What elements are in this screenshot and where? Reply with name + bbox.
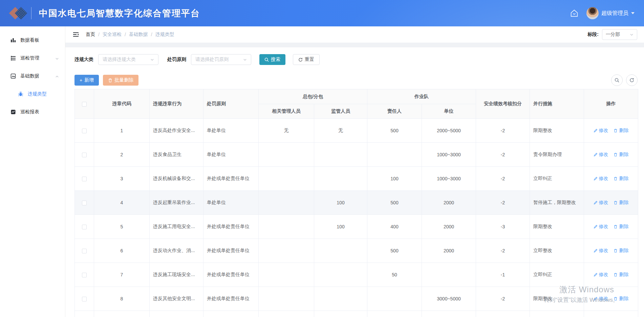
screen: 中国水电七局智慧数字化综合管理平台 超级管理员 数据看板 [0, 0, 644, 317]
batch-delete-button[interactable]: 批量删除 [103, 75, 138, 86]
cell-unit: 1000~3000 [422, 167, 476, 191]
edit-link[interactable]: 修改 [594, 152, 608, 158]
row-checkbox[interactable] [82, 201, 87, 205]
cell-supervisor: 100 [314, 191, 367, 215]
cell-code: 3 [94, 167, 150, 191]
cell-related-manager [259, 167, 314, 191]
row-select-cell [75, 239, 94, 263]
delete-link[interactable]: 删除 [614, 152, 628, 158]
cell-responsible: 500 [367, 119, 422, 143]
row-checkbox[interactable] [82, 129, 87, 133]
violation-category-select[interactable]: 请选择违规大类 [98, 54, 158, 65]
cell-supervisor [314, 311, 367, 317]
col-header-measures: 并行措施 [530, 89, 584, 119]
penalty-principle-placeholder: 请选择处罚原则 [195, 56, 229, 63]
delete-link[interactable]: 删除 [614, 224, 628, 230]
delete-link[interactable]: 删除 [614, 128, 628, 134]
list-icon [10, 55, 16, 61]
table-row: 3 违反机械设备和交... 并处或单处责任单位 100 1000~3000 -2… [75, 167, 638, 191]
menu-fold-icon[interactable] [73, 32, 79, 37]
image-folder-icon [10, 73, 16, 79]
cell-unit [422, 263, 476, 287]
edit-link[interactable]: 修改 [594, 296, 608, 302]
cell-supervisor [314, 167, 367, 191]
delete-link[interactable]: 删除 [614, 176, 628, 182]
row-select-cell [75, 311, 94, 317]
reset-button[interactable]: 重置 [293, 54, 320, 65]
user-menu[interactable]: 超级管理员 [586, 7, 635, 19]
breadcrumb-basic-data[interactable]: 基础数据 [129, 31, 148, 38]
breadcrumb-violation-type[interactable]: 违规类型 [155, 31, 174, 38]
cell-related-manager [259, 215, 314, 239]
table-refresh-button[interactable] [626, 74, 638, 86]
row-select-cell [75, 263, 94, 287]
sidebar: 数据看板 巡检管理 基础数据 [0, 26, 65, 317]
edit-link-label: 修改 [599, 200, 608, 206]
breadcrumb-home[interactable]: 首页 [86, 31, 95, 38]
cell-responsible: 100 [367, 167, 422, 191]
section-select[interactable]: 一分部 [602, 29, 637, 40]
table-row: 7 违反施工现场安全... 并处或单处责任单位 50 -1 立即纠正 修改 删除 [75, 263, 638, 287]
row-checkbox[interactable] [82, 273, 87, 277]
cell-penalty: 并处或单处责任单位 [203, 287, 259, 311]
edit-link[interactable]: 修改 [594, 224, 608, 230]
bug-icon [18, 91, 23, 97]
trash-icon [614, 129, 618, 133]
edit-link[interactable]: 修改 [594, 200, 608, 206]
sidebar-item-dashboard[interactable]: 数据看板 [0, 31, 65, 49]
col-header-penalty: 处罚原则 [203, 89, 259, 119]
table-row [75, 311, 638, 317]
table-row: 2 违反食品卫生 单处单位 1000~3000 -2 责令限期办理 修改 删除 [75, 143, 638, 167]
cell-responsible [367, 143, 422, 167]
edit-link[interactable]: 修改 [594, 176, 608, 182]
cell-penalty: 并处或单处责任单位 [203, 239, 259, 263]
sidebar-item-inspection-mgmt[interactable]: 巡检管理 [0, 49, 65, 67]
section-select-value: 一分部 [606, 31, 620, 38]
add-button[interactable]: + 新增 [74, 75, 99, 86]
row-checkbox[interactable] [82, 177, 87, 181]
pencil-icon [594, 273, 598, 277]
sidebar-item-violation-type[interactable]: 违规类型 [0, 85, 65, 103]
row-select-cell [75, 191, 94, 215]
user-name: 超级管理员 [601, 10, 628, 17]
select-all-checkbox[interactable] [82, 102, 87, 107]
penalty-principle-select[interactable]: 请选择处罚原则 [191, 54, 251, 65]
batch-delete-button-label: 批量删除 [114, 77, 133, 83]
cell-related-manager [259, 191, 314, 215]
cell-score: -2 [476, 191, 530, 215]
home-icon[interactable] [570, 8, 579, 18]
edit-link-label: 修改 [599, 152, 608, 158]
delete-link[interactable]: 删除 [614, 296, 628, 302]
edit-link[interactable]: 修改 [594, 128, 608, 134]
filter-row: 违规大类 请选择违规大类 处罚原则 请选择处罚原则 搜索 [74, 54, 638, 65]
edit-link[interactable]: 修改 [594, 248, 608, 254]
search-button[interactable]: 搜索 [259, 54, 285, 65]
trash-icon [614, 201, 618, 205]
delete-link[interactable]: 删除 [614, 248, 628, 254]
col-header-code: 违章代码 [94, 89, 150, 119]
edit-link[interactable]: 修改 [594, 272, 608, 278]
delete-link[interactable]: 删除 [614, 272, 628, 278]
trash-icon [614, 153, 618, 157]
cell-penalty: 并处或单处责任单位 [203, 263, 259, 287]
header-divider [31, 7, 31, 19]
table-search-toggle-button[interactable] [611, 74, 623, 86]
sidebar-item-inspection-report[interactable]: 巡检报表 [0, 103, 65, 121]
cell-related-manager [259, 311, 314, 317]
select-all-cell [75, 89, 94, 119]
cell-penalty: 单处单位 [203, 143, 259, 167]
delete-link[interactable]: 删除 [614, 200, 628, 206]
breadcrumb-safety-inspection[interactable]: 安全巡检 [103, 31, 122, 38]
cell-measures: 限期整改 [530, 119, 584, 143]
cell-code: 1 [94, 119, 150, 143]
row-checkbox[interactable] [82, 153, 87, 157]
cell-measures [530, 311, 584, 317]
cell-measures: 暂停施工，限期整改 [530, 191, 584, 215]
row-checkbox[interactable] [82, 297, 87, 301]
row-checkbox[interactable] [82, 249, 87, 253]
section-label: 标段: [587, 31, 599, 38]
sidebar-item-basic-data[interactable]: 基础数据 [0, 67, 65, 85]
cell-related-manager [259, 287, 314, 311]
row-checkbox[interactable] [82, 225, 87, 229]
cell-supervisor [314, 287, 367, 311]
